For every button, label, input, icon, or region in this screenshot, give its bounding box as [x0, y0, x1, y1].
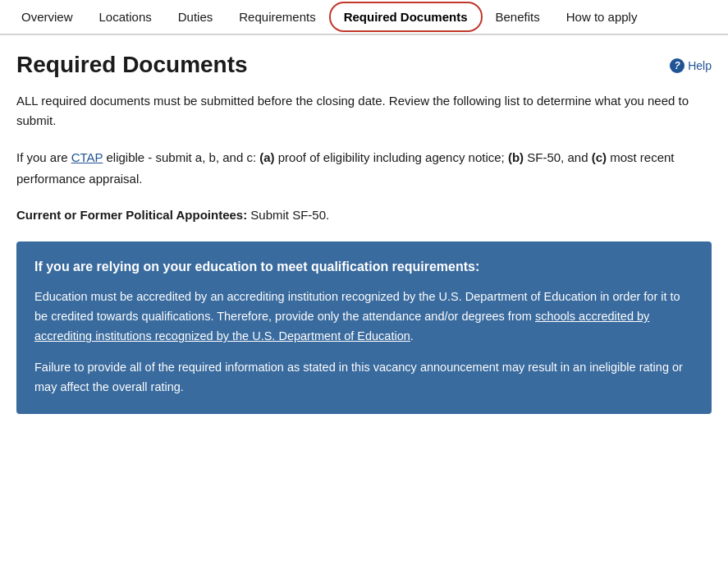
nav-item-how-to-apply[interactable]: How to apply	[553, 0, 651, 34]
ctap-bold-a: (a)	[259, 150, 274, 164]
ctap-text-a: proof of eligibility including agency no…	[275, 150, 508, 164]
main-content: Required Documents ? Help ALL required d…	[0, 35, 728, 439]
info-box-para1-post: .	[410, 329, 414, 343]
ctap-bold-c: (c)	[592, 150, 607, 164]
info-box-para2: Failure to provide all of the required i…	[34, 358, 694, 398]
navigation-bar: Overview Locations Duties Requirements R…	[0, 0, 728, 34]
help-icon: ?	[670, 58, 685, 73]
political-label: Current or Former Political Appointees:	[16, 208, 247, 222]
political-section: Current or Former Political Appointees: …	[16, 205, 712, 225]
page-title: Required Documents	[16, 52, 248, 78]
intro-paragraph: ALL required documents must be submitted…	[16, 91, 712, 131]
nav-item-locations[interactable]: Locations	[86, 0, 165, 34]
help-label: Help	[688, 59, 712, 72]
ctap-middle: eligible - submit a, b, and c:	[103, 150, 259, 164]
nav-item-required-documents[interactable]: Required Documents	[329, 2, 483, 32]
nav-item-duties[interactable]: Duties	[165, 0, 227, 34]
nav-item-requirements[interactable]: Requirements	[226, 0, 328, 34]
ctap-section: If you are CTAP eligible - submit a, b, …	[16, 147, 712, 189]
ctap-link[interactable]: CTAP	[71, 150, 103, 164]
education-info-box: If you are relying on your education to …	[16, 241, 712, 414]
page-header: Required Documents ? Help	[16, 52, 712, 78]
info-box-para1: Education must be accredited by an accre…	[34, 287, 694, 347]
nav-item-overview[interactable]: Overview	[8, 0, 86, 34]
political-text: Submit SF-50.	[247, 208, 329, 222]
ctap-bold-b: (b)	[508, 150, 524, 164]
ctap-prefix: If you are	[16, 150, 71, 164]
help-link[interactable]: ? Help	[670, 58, 712, 73]
ctap-text-b: SF-50, and	[524, 150, 592, 164]
nav-item-benefits[interactable]: Benefits	[483, 0, 553, 34]
info-box-title: If you are relying on your education to …	[34, 258, 694, 276]
